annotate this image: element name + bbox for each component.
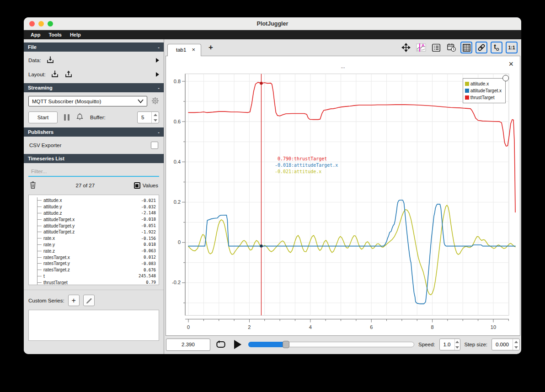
tracker-series: attitudeTarget.x <box>294 162 338 169</box>
timeseries-item[interactable]: ratesTarget.x 0.012 <box>37 254 158 260</box>
streaming-source-select[interactable]: MQTT Subscriber (Mosquitto) <box>28 96 147 106</box>
timeseries-item[interactable]: attitudeTarget.x -0.018 <box>37 216 158 222</box>
time-field[interactable]: 2.390 <box>166 339 210 351</box>
time-offset-button[interactable]: tO <box>491 42 502 53</box>
series-value: -0.051 <box>141 223 158 228</box>
tab-close-icon[interactable]: × <box>192 48 195 52</box>
spin-up-button[interactable] <box>152 112 159 117</box>
menu-item[interactable]: App <box>27 31 44 38</box>
layout-menu-arrow-icon[interactable] <box>156 72 159 77</box>
timeseries-section-header[interactable]: Timeseries List <box>24 154 164 163</box>
timeseries-item[interactable]: t 245.548 <box>37 273 158 280</box>
sidebar: File - Data: Layout: <box>24 39 164 354</box>
legend-entry[interactable]: thrustTarget <box>465 94 502 101</box>
pause-icon[interactable] <box>64 114 69 121</box>
step-size-spinbox[interactable]: 0.000 <box>492 339 520 350</box>
timeline-slider[interactable] <box>248 341 414 348</box>
timeseries-item[interactable]: attitudeTarget.z -1.922 <box>37 229 158 235</box>
plot-legend[interactable]: attitude.x attitudeTarget.x thrustTarget <box>463 78 506 103</box>
data-label: Data: <box>28 58 41 63</box>
add-tab-button[interactable]: + <box>208 43 213 52</box>
timeseries-item[interactable]: rate.y 0.018 <box>37 242 158 248</box>
legend-entry[interactable]: attitudeTarget.x <box>465 87 502 94</box>
save-layout-icon[interactable] <box>64 70 73 79</box>
ratio-button[interactable]: 1:1 <box>506 42 518 53</box>
loop-button[interactable] <box>214 339 227 350</box>
timeseries-item[interactable]: rate.x -0.156 <box>37 235 158 242</box>
series-name: attitudeTarget.z <box>43 229 75 234</box>
speed-label: Speed: <box>418 342 435 347</box>
series-name: thrustTarget <box>43 280 68 285</box>
datetime-scale-button[interactable] <box>445 42 457 53</box>
timeseries-item[interactable]: attitude.y -0.032 <box>37 204 158 210</box>
data-menu-arrow-icon[interactable] <box>156 58 159 63</box>
menu-item[interactable]: Tools <box>44 31 66 38</box>
series-value: -1.922 <box>141 230 158 234</box>
load-data-icon[interactable] <box>46 56 55 65</box>
speed-spinbox[interactable]: 1.0 <box>439 339 460 350</box>
show-values-checkbox[interactable] <box>134 182 140 189</box>
filter-input[interactable] <box>28 167 159 177</box>
calendar-clock-icon <box>446 42 457 53</box>
timeseries-item[interactable]: rate.z -0.063 <box>37 248 158 254</box>
plot-title[interactable]: ... <box>166 64 520 69</box>
move-arrows-icon <box>401 43 411 52</box>
timeseries-item[interactable]: ratesTarget.y -0.083 <box>37 260 158 267</box>
file-section-header[interactable]: File - <box>24 42 164 52</box>
menu-item[interactable]: Help <box>66 31 85 38</box>
plot-pane[interactable]: ... × 0246810-0.200.20.40.60.8 attitude.… <box>166 56 520 336</box>
pencil-icon <box>85 297 92 304</box>
series-value: -2.148 <box>141 211 158 215</box>
layout-label: Layout: <box>28 72 46 77</box>
timeseries-item[interactable]: attitudeTarget.y -0.051 <box>37 222 158 229</box>
legend-handle-icon[interactable] <box>502 75 509 81</box>
tracker-line: 0.790 : thrustTarget <box>272 156 338 162</box>
spin-down-button[interactable] <box>455 344 460 350</box>
svg-text:0.4: 0.4 <box>174 159 181 164</box>
legend-label: attitude.x <box>470 81 489 86</box>
collapse-icon[interactable]: - <box>158 85 160 90</box>
tracker-series: attitude.x <box>294 169 321 175</box>
timeseries-item[interactable]: attitude.x -0.021 <box>37 197 158 204</box>
fullscreen-toggle-button[interactable] <box>400 42 412 53</box>
legend-entry[interactable]: attitude.x <box>465 80 502 87</box>
csv-exporter-checkbox[interactable] <box>151 142 158 149</box>
play-button[interactable] <box>231 339 244 350</box>
timeseries-item[interactable]: thrustTarget 0.79 <box>37 279 158 285</box>
start-streaming-button[interactable]: Start <box>28 111 58 123</box>
collapse-icon[interactable]: - <box>158 129 160 135</box>
spin-up-button[interactable] <box>513 339 519 344</box>
grid-view-button[interactable] <box>460 42 472 53</box>
legend-toggle-button[interactable] <box>430 42 442 53</box>
streaming-settings-gear-icon[interactable] <box>151 97 159 106</box>
publishers-section-header[interactable]: Publishers - <box>24 127 164 137</box>
streaming-section-header[interactable]: Streaming - <box>24 83 164 92</box>
series-value: -0.063 <box>141 249 158 253</box>
slider-handle[interactable] <box>283 341 289 348</box>
curve-tracker-button[interactable]: A <box>415 42 427 53</box>
tracker-readout: 0.790 : thrustTarget -0.018 : attitudeTa… <box>272 156 338 175</box>
legend-color-swatch <box>465 82 469 86</box>
timeseries-item[interactable]: attitude.z -2.148 <box>37 210 158 217</box>
svg-text:0: 0 <box>178 239 181 245</box>
notifications-bell-icon[interactable] <box>76 113 84 122</box>
buffer-spinbox[interactable]: 5 <box>137 111 159 123</box>
add-custom-series-button[interactable]: + <box>68 295 80 306</box>
collapse-icon[interactable]: - <box>158 44 160 50</box>
series-name: ratesTarget.y <box>43 261 70 266</box>
load-layout-icon[interactable] <box>50 70 59 79</box>
delete-series-trash-icon[interactable] <box>29 181 37 190</box>
spin-down-button[interactable] <box>152 117 159 123</box>
tab-tab1[interactable]: tab1 × <box>167 44 201 56</box>
edit-custom-series-button[interactable] <box>83 295 95 306</box>
buffer-label: Buffer: <box>90 115 106 120</box>
svg-text:0.8: 0.8 <box>174 78 181 84</box>
spin-down-button[interactable] <box>513 344 519 350</box>
link-axes-button[interactable] <box>476 42 487 53</box>
plot-close-button[interactable]: × <box>508 60 513 68</box>
spin-up-button[interactable] <box>455 339 460 344</box>
series-name: attitude.z <box>43 211 62 216</box>
timeseries-item[interactable]: ratesTarget.z 0.676 <box>37 267 158 273</box>
svg-text:0.6: 0.6 <box>174 119 181 124</box>
series-value: 0.79 <box>146 280 158 285</box>
